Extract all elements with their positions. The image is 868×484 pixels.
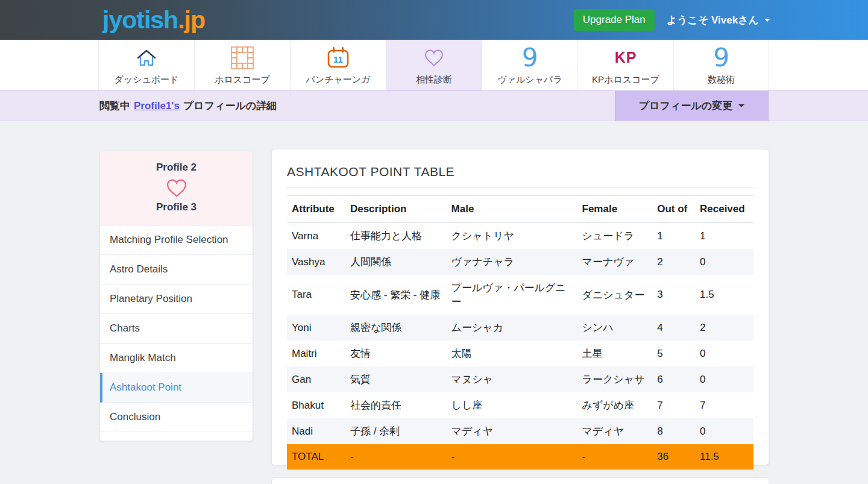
calendar-icon: 11 [326,45,350,71]
table-cell: マディヤ [447,418,577,444]
ashtakoot-table-body: Varna仕事能力と人格クシャトリヤシュードラ11Vashya人間関係ヴァナチャ… [287,223,753,470]
column-header: Received [695,196,753,223]
sidebar: Profile 2 Profile 3 Matching Profile Sel… [99,151,253,441]
tab-numerology[interactable]: 9 数秘術 [673,40,769,90]
site-logo[interactable]: jyotish.jp [102,8,205,33]
sidebar-item-astro-details[interactable]: Astro Details [100,255,253,284]
table-cell: Vashya [287,249,345,275]
main-nav: ダッシュボード ホロスコープ 11 パンチャーンガ [0,40,868,91]
table-cell: 土星 [577,341,653,366]
table-cell: 0 [695,418,753,444]
table-cell: ヴァナチャラ [447,249,577,275]
table-cell: マヌシャ [447,366,577,392]
column-header: Description [345,196,447,223]
table-cell: 2 [695,315,753,341]
table-cell: Gan [287,366,345,392]
table-row: Yoni親密な関係ムーシャカシンハ42 [287,315,753,341]
chart-grid-icon [230,45,254,71]
table-cell: ラークシャサ [577,366,653,392]
sidebar-item-planetary-position[interactable]: Planetary Position [100,284,253,314]
tab-horoscope[interactable]: ホロスコープ [194,40,290,90]
profile-b-name: Profile 3 [100,201,253,213]
sidebar-item-charts[interactable]: Charts [100,314,253,344]
table-row: Bhakut社会的責任しし座みずがめ座77 [287,392,753,418]
table-cell: 4 [652,315,695,341]
detail-label: プロフィールの詳細 [183,100,277,112]
table-cell: 安心感 - 繁栄 - 健康 [345,275,447,315]
sidebar-item-matching-profile-selection[interactable]: Matching Profile Selection [100,225,253,255]
table-cell: 5 [652,341,695,366]
table-cell: Maitri [287,341,345,366]
table-cell: 親密な関係 [345,315,447,341]
title-divider [287,187,753,188]
profile-link[interactable]: Profile1's [134,100,180,112]
upgrade-plan-button[interactable]: Upgrade Plan [574,9,655,31]
tab-varshaphala[interactable]: 9 ヴァルシャパラ [482,40,577,90]
table-cell: 6 [652,366,695,392]
ashtakoot-card: ASHTAKOOT POINT TABLE AttributeDescripti… [271,149,769,465]
sidebar-item-conclusion[interactable]: Conclusion [100,403,253,432]
table-cell: 36 [652,444,695,470]
tab-kp-horoscope[interactable]: KP KPホロスコープ [577,40,673,90]
ashtakoot-table-header-row: AttributeDescriptionMaleFemaleOut ofRece… [287,196,753,223]
tab-label: ダッシュボード [114,74,178,86]
table-cell: ダニシュター [577,275,653,315]
change-profile-button[interactable]: プロフィールの変更 [615,91,769,121]
table-cell: 7 [695,392,753,418]
tab-panchanga[interactable]: 11 パンチャーンガ [290,40,386,90]
profile-bar: 閲覧中Profile1'sプロフィールの詳細 プロフィールの変更 [0,91,868,121]
table-cell: 2 [652,249,695,275]
table-cell: Bhakut [287,392,345,418]
table-cell: シュードラ [577,223,653,250]
tab-label: ホロスコープ [215,74,270,86]
tab-label: 数秘術 [708,74,735,86]
table-cell: Nadi [287,418,345,444]
viewing-label: 閲覧中 [99,100,130,112]
ashtakoot-table: AttributeDescriptionMaleFemaleOut ofRece… [287,195,753,470]
table-row: Maitri友情太陽土星50 [287,341,753,366]
table-cell: 太陽 [447,341,577,366]
column-header: Male [447,196,577,223]
table-cell: 0 [695,341,753,366]
table-row: Varna仕事能力と人格クシャトリヤシュードラ11 [287,223,753,250]
content-area: Profile 2 Profile 3 Matching Profile Sel… [0,121,868,483]
table-cell: みずがめ座 [577,392,653,418]
page-title: ASHTAKOOT POINT TABLE [287,165,753,179]
chevron-down-icon [764,19,770,22]
table-cell: - [345,444,447,470]
table-cell: マディヤ [577,418,653,444]
nine-glyph-icon: 9 [522,45,538,71]
table-cell: TOTAL [287,444,345,470]
table-total-row: TOTAL---3611.5 [287,444,753,470]
home-icon [136,45,157,71]
welcome-text: ようこそ Vivekさん [667,13,759,27]
logo-text-suffix: .jp [178,6,205,34]
table-cell: 7 [652,392,695,418]
table-cell: 人間関係 [345,249,447,275]
tab-label: ヴァルシャパラ [497,74,562,86]
tab-label: 相性診断 [416,74,452,86]
table-cell: 友情 [345,341,447,366]
table-cell: 気質 [345,366,447,392]
table-cell: 1.5 [695,275,753,315]
table-row: Nadi子孫 / 余剰マディヤマディヤ80 [287,418,753,444]
header-actions: Upgrade Plan ようこそ Vivekさん [574,9,770,31]
change-profile-label: プロフィールの変更 [639,99,732,113]
sidebar-menu: Matching Profile SelectionAstro DetailsP… [100,225,253,441]
tab-compatibility[interactable]: 相性診断 [386,40,482,90]
kp-glyph-icon: KP [615,45,637,71]
next-section-card [271,477,769,484]
table-cell: 0 [695,249,753,275]
table-cell: 3 [652,275,695,315]
table-cell: 11.5 [695,444,753,470]
profile-match-card: Profile 2 Profile 3 [100,151,253,225]
user-menu[interactable]: ようこそ Vivekさん [667,13,770,27]
table-cell: 1 [652,223,695,250]
table-cell: Yoni [287,315,345,341]
sidebar-item-ashtakoot-point[interactable]: Ashtakoot Point [100,373,253,403]
sidebar-item-manglik-match[interactable]: Manglik Match [100,344,253,373]
table-cell: プールヴァ・パールグニー [447,275,577,315]
table-cell: ムーシャカ [447,315,577,341]
table-cell: 子孫 / 余剰 [345,418,447,444]
tab-dashboard[interactable]: ダッシュボード [98,40,194,90]
